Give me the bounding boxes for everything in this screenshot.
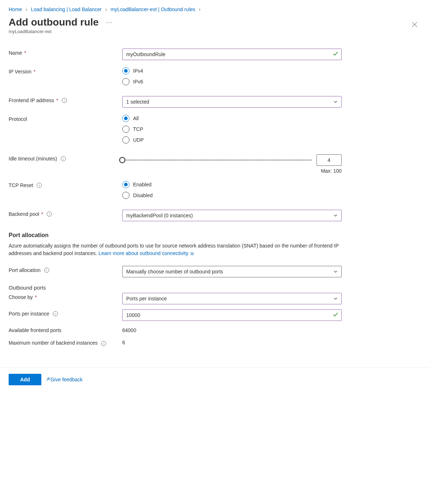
info-icon[interactable]: i [61,156,66,161]
port-allocation-select[interactable]: Manually choose number of outbound ports [122,266,342,277]
info-icon[interactable]: i [62,98,67,103]
chevron-down-icon [333,100,338,104]
radio-unselected-icon [122,126,129,133]
breadcrumb: Home › Load balancing | Load Balancer › … [9,4,420,17]
ip-version-radio-group: IPv4 IPv6 [122,67,342,85]
available-ports-label: Available frontend ports [9,327,61,333]
close-button[interactable] [409,19,420,32]
radio-label: Enabled [133,182,151,187]
port-allocation-description: Azure automatically assigns the number o… [9,242,339,257]
external-link-icon: ⧉ [191,251,194,256]
radio-label: All [133,115,139,121]
chevron-down-icon [333,213,338,218]
outbound-ports-heading: Outbound ports [9,285,420,291]
info-icon[interactable]: i [53,311,58,316]
radio-label: TCP [133,126,143,132]
idle-timeout-value[interactable]: 4 [316,154,342,166]
breadcrumb-loadbalancing[interactable]: Load balancing | Load Balancer [31,6,102,12]
feedback-icon: ᖘ [46,377,49,382]
name-input[interactable] [122,49,342,60]
select-value: Manually choose number of outbound ports [126,269,223,274]
chevron-right-icon: › [199,6,201,12]
radio-label: Disabled [133,192,152,198]
required-indicator: * [34,69,36,74]
ports-per-instance-label: Ports per instance [9,311,49,317]
radio-unselected-icon [122,136,129,144]
max-backend-label: Maximum number of backend instances [9,340,97,346]
radio-label: IPv6 [133,79,143,85]
select-value: Ports per instance [126,296,167,301]
ip-version-label: IP Version [9,69,32,74]
backend-pool-select[interactable]: myBackendPool (0 instances) [122,210,342,221]
protocol-udp[interactable]: UDP [122,136,342,144]
protocol-all[interactable]: All [122,115,342,122]
required-indicator: * [35,294,37,300]
protocol-tcp[interactable]: TCP [122,126,342,133]
page-subtitle: myLoadBalancer-ext [9,29,112,34]
select-value: myBackendPool (0 instances) [126,213,193,218]
select-value: 1 selected [126,99,149,105]
breadcrumb-outboundrules[interactable]: myLoadBalancer-ext | Outbound rules [110,6,195,12]
idle-timeout-max: Max: 100 [321,168,342,174]
required-indicator: * [24,50,26,56]
protocol-label: Protocol [9,116,27,122]
add-button[interactable]: Add [9,374,41,385]
frontend-ip-label: Frontend IP address [9,97,54,103]
ip-version-ipv6[interactable]: IPv6 [122,78,342,85]
tcp-reset-radio-group: Enabled Disabled [122,181,342,199]
ports-per-instance-input[interactable] [122,309,342,321]
radio-selected-icon [122,115,129,122]
radio-unselected-icon [122,78,129,85]
feedback-label: Give feedback [50,377,83,382]
max-backend-value: 6 [122,338,342,345]
required-indicator: * [41,211,43,217]
tcp-reset-label: TCP Reset [9,182,33,188]
chevron-right-icon: › [105,6,107,12]
more-actions-button[interactable]: ··· [106,19,112,26]
page-title: Add outbound rule [9,17,99,28]
name-label: Name [9,50,22,56]
chevron-down-icon [333,269,338,274]
idle-timeout-slider[interactable] [122,159,311,161]
close-icon [412,22,417,27]
slider-thumb[interactable] [119,157,125,163]
frontend-ip-select[interactable]: 1 selected [122,96,342,108]
info-icon[interactable]: i [47,212,52,217]
tcp-reset-enabled[interactable]: Enabled [122,181,342,188]
info-icon[interactable]: i [37,183,42,188]
chevron-down-icon [333,296,338,301]
give-feedback-link[interactable]: ᖘGive feedback [46,377,83,382]
choose-by-select[interactable]: Ports per instance [122,293,342,304]
choose-by-label: Choose by [9,294,33,300]
port-allocation-label: Port allocation [9,267,41,273]
radio-unselected-icon [122,192,129,199]
radio-selected-icon [122,181,129,188]
idle-timeout-label: Idle timeout (minutes) [9,156,57,162]
radio-selected-icon [122,67,129,74]
protocol-radio-group: All TCP UDP [122,115,342,144]
ip-version-ipv4[interactable]: IPv4 [122,67,342,74]
radio-label: IPv4 [133,68,143,74]
radio-label: UDP [133,137,144,143]
port-allocation-heading: Port allocation [9,232,420,239]
info-icon[interactable]: i [101,341,106,346]
backend-pool-label: Backend pool [9,211,39,217]
required-indicator: * [56,97,58,103]
breadcrumb-home[interactable]: Home [9,6,22,12]
info-icon[interactable]: i [44,268,49,273]
tcp-reset-disabled[interactable]: Disabled [122,192,342,199]
available-ports-value: 64000 [122,326,342,333]
chevron-right-icon: › [26,6,27,12]
learn-more-link[interactable]: Learn more about outbound connectivity ⧉ [99,250,194,256]
